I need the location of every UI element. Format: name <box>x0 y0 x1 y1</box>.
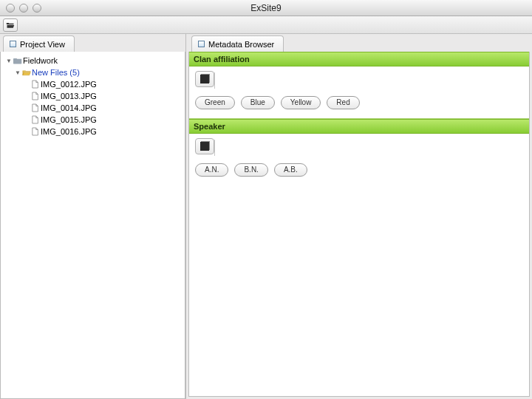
window-controls <box>0 4 41 13</box>
metadata-option-row: A.N.B.N.A.B. <box>195 163 523 177</box>
divider <box>214 140 215 156</box>
tree-row-file[interactable]: IMG_0013.JPG <box>1 90 185 102</box>
file-icon <box>30 80 41 89</box>
tree-label: IMG_0013.JPG <box>41 92 97 100</box>
metadata-option-pill[interactable]: Blue <box>241 96 275 109</box>
tab-project-view[interactable]: Project View <box>3 35 75 52</box>
zoom-window-button[interactable] <box>33 4 41 13</box>
metadata-section-header[interactable]: Speaker <box>189 119 529 134</box>
project-tree-pane: ▼ Fieldwork ▼ New Files (5) IMG_00 <box>0 52 185 399</box>
tab-label: Metadata Browser <box>208 40 274 49</box>
project-tree[interactable]: ▼ Fieldwork ▼ New Files (5) IMG_00 <box>1 52 185 140</box>
metadata-option-pill[interactable]: A.N. <box>195 163 228 177</box>
apply-metadata-button[interactable] <box>195 71 214 87</box>
file-icon <box>30 115 41 124</box>
metadata-option-pill[interactable]: Yellow <box>281 96 321 109</box>
metadata-option-row: GreenBlueYellowRed <box>195 96 523 109</box>
left-tabbar: Project View <box>0 34 185 52</box>
right-pane: Metadata Browser Clan affiliation GreenB… <box>186 34 532 399</box>
disclosure-triangle-icon[interactable]: ▼ <box>14 69 21 76</box>
tree-row-file[interactable]: IMG_0016.JPG <box>1 126 185 137</box>
metadata-option-pill[interactable]: B.N. <box>234 163 267 177</box>
stack-icon <box>200 75 209 83</box>
tree-label: New Files (5) <box>32 68 80 77</box>
close-window-button[interactable] <box>6 4 15 13</box>
metadata-browser-pane: Clan affiliation GreenBlueYellowRed Spea… <box>188 52 530 397</box>
tree-row-file[interactable]: IMG_0014.JPG <box>1 102 185 114</box>
metadata-browser-icon <box>197 40 205 49</box>
metadata-section: Clan affiliation GreenBlueYellowRed <box>189 52 529 118</box>
file-icon <box>30 92 41 100</box>
project-view-icon <box>8 40 17 49</box>
tree-label: Fieldwork <box>23 56 58 65</box>
apply-metadata-button[interactable] <box>195 138 214 154</box>
file-icon <box>30 127 41 136</box>
divider <box>214 72 215 89</box>
tree-row-file[interactable]: IMG_0015.JPG <box>1 114 185 126</box>
tree-label: IMG_0015.JPG <box>41 115 97 124</box>
toolbar <box>0 16 532 34</box>
metadata-section: Speaker A.N.B.N.A.B. <box>189 119 529 185</box>
tab-label: Project View <box>20 40 65 49</box>
folder-icon <box>13 57 23 64</box>
open-project-button[interactable] <box>3 18 18 32</box>
tree-label: IMG_0016.JPG <box>41 127 97 136</box>
metadata-option-pill[interactable]: Red <box>327 96 359 109</box>
minimize-window-button[interactable] <box>19 4 28 13</box>
right-tabbar: Metadata Browser <box>188 34 530 52</box>
window-title: ExSite9 <box>0 3 532 13</box>
tree-row-file[interactable]: IMG_0012.JPG <box>1 78 185 90</box>
tree-label: IMG_0014.JPG <box>41 103 97 112</box>
tree-label: IMG_0012.JPG <box>41 80 97 89</box>
stack-icon <box>200 142 209 151</box>
file-icon <box>30 103 41 112</box>
left-pane: Project View ▼ Fieldwork ▼ New Files (5 <box>0 34 186 399</box>
titlebar: ExSite9 <box>0 0 532 16</box>
metadata-option-pill[interactable]: A.B. <box>274 163 307 177</box>
folder-open-icon <box>21 69 32 76</box>
metadata-option-pill[interactable]: Green <box>195 96 235 109</box>
tab-metadata-browser[interactable]: Metadata Browser <box>191 35 284 52</box>
disclosure-triangle-icon[interactable]: ▼ <box>5 58 13 64</box>
metadata-section-header[interactable]: Clan affiliation <box>189 52 529 66</box>
tree-row-root[interactable]: ▼ Fieldwork <box>1 55 185 66</box>
folder-open-icon <box>6 21 15 30</box>
tree-row-folder[interactable]: ▼ New Files (5) <box>1 66 185 78</box>
